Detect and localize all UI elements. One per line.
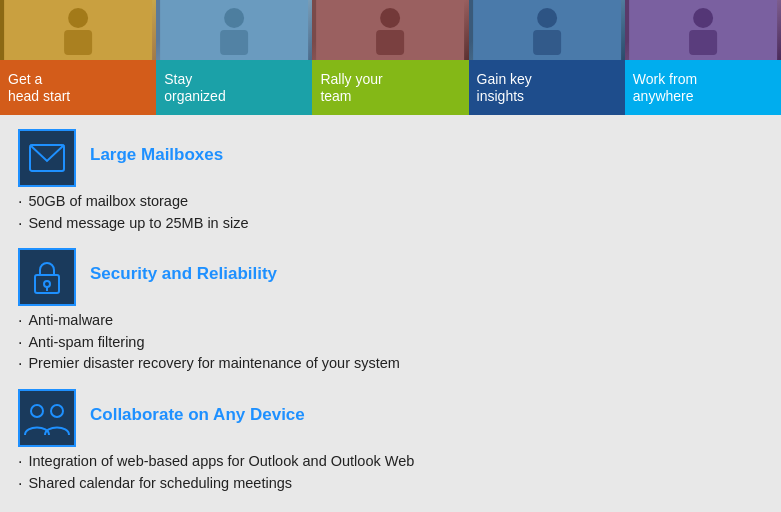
banner-item-anywhere[interactable]: Work fromanywhere [625,0,781,115]
bullet-icon: · [18,193,22,211]
mailboxes-header: Large Mailboxes [18,127,763,187]
bullet-icon: · [18,355,22,373]
banner-row: Get ahead start Stayorganized Rally your… [0,0,781,115]
collaborate-header: Collaborate on Any Device [18,387,763,447]
list-item: · Shared calendar for scheduling meeting… [18,475,763,493]
list-item: · Integration of web-based apps for Outl… [18,453,763,471]
svg-point-4 [224,8,244,28]
bullet-icon: · [18,215,22,233]
list-item: · Send message up to 25MB in size [18,215,763,233]
banner-item-rally[interactable]: Rally yourteam [312,0,468,115]
banner-label-text: Get ahead start [8,71,70,105]
banner-label-text-5: Work fromanywhere [633,71,697,105]
banner-label-rally: Rally yourteam [312,60,468,115]
svg-point-20 [51,405,63,417]
list-item: · 50GB of mailbox storage [18,193,763,211]
banner-label-text-3: Rally yourteam [320,71,382,105]
lock-icon-box [18,248,76,306]
svg-rect-8 [377,30,405,55]
mailboxes-items: · 50GB of mailbox storage · Send message… [18,193,763,232]
svg-point-10 [537,8,557,28]
banner-label-text-2: Stayorganized [164,71,226,105]
people-icon-box [18,389,76,447]
svg-rect-2 [64,30,92,55]
banner-item-organized[interactable]: Stayorganized [156,0,312,115]
banner-item-head-start[interactable]: Get ahead start [0,0,156,115]
svg-rect-14 [689,30,717,55]
security-title: Security and Reliability [90,264,277,284]
banner-photo-5 [625,0,781,60]
banner-item-insights[interactable]: Gain keyinsights [469,0,625,115]
section-mailboxes: Large Mailboxes · 50GB of mailbox storag… [18,127,763,232]
section-collaborate: Collaborate on Any Device · Integration … [18,387,763,492]
banner-photo-2 [156,0,312,60]
svg-point-1 [68,8,88,28]
bullet-icon: · [18,334,22,352]
mailboxes-title: Large Mailboxes [90,145,223,165]
bullet-icon: · [18,312,22,330]
envelope-icon-box [18,129,76,187]
banner-photo-4 [469,0,625,60]
banner-label-anywhere: Work fromanywhere [625,60,781,115]
banner-label-head-start: Get ahead start [0,60,156,115]
list-item: · Premier disaster recovery for maintena… [18,355,763,373]
banner-label-organized: Stayorganized [156,60,312,115]
collaborate-items: · Integration of web-based apps for Outl… [18,453,763,492]
security-items: · Anti-malware · Anti-spam filtering · P… [18,312,763,373]
banner-photo-3 [312,0,468,60]
bullet-icon: · [18,453,22,471]
banner-label-text-4: Gain keyinsights [477,71,532,105]
section-security: Security and Reliability · Anti-malware … [18,246,763,373]
svg-rect-5 [220,30,248,55]
svg-point-13 [693,8,713,28]
banner-label-insights: Gain keyinsights [469,60,625,115]
list-item: · Anti-spam filtering [18,334,763,352]
list-item: · Anti-malware [18,312,763,330]
bullet-icon: · [18,475,22,493]
svg-point-17 [44,281,50,287]
svg-point-7 [381,8,401,28]
security-header: Security and Reliability [18,246,763,306]
svg-rect-11 [533,30,561,55]
collaborate-title: Collaborate on Any Device [90,405,305,425]
banner-photo-1 [0,0,156,60]
svg-point-19 [31,405,43,417]
content-area: Large Mailboxes · 50GB of mailbox storag… [0,115,781,492]
